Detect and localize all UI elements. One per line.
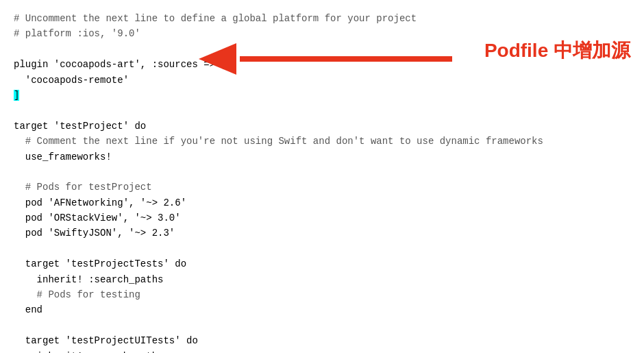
annotation-arrow bbox=[199, 40, 459, 77]
code-line: pod 'ORStackView', '~> 3.0' bbox=[14, 210, 630, 226]
bracket-highlight: ] bbox=[14, 90, 19, 101]
code-line bbox=[14, 241, 630, 256]
code-line: # Uncomment the next line to define a gl… bbox=[14, 11, 630, 26]
annotation-label: Podfile 中增加源 bbox=[484, 38, 630, 64]
code-line: # Comment the next line if you're not us… bbox=[14, 134, 630, 149]
code-line bbox=[14, 103, 630, 118]
code-line: pod 'AFNetworking', '~> 2.6' bbox=[14, 195, 630, 210]
code-line: target 'testProjectTests' do bbox=[14, 256, 630, 271]
code-line: inherit! :search_paths bbox=[14, 272, 630, 287]
code-line: # Pods for testing bbox=[14, 287, 630, 302]
code-line: ] bbox=[14, 88, 630, 103]
code-line: target 'testProject' do bbox=[14, 119, 630, 134]
code-line: pod 'SwiftyJSON', '~> 2.3' bbox=[14, 226, 630, 241]
code-line: # Pods for testProject bbox=[14, 180, 630, 195]
code-line bbox=[14, 165, 630, 180]
code-line: inherit! :search_paths bbox=[14, 349, 630, 353]
code-line: end bbox=[14, 302, 630, 317]
svg-marker-1 bbox=[199, 43, 236, 75]
code-line: use_frameworks! bbox=[14, 149, 630, 165]
code-line bbox=[14, 318, 630, 333]
code-line: target 'testProjectUITests' do bbox=[14, 333, 630, 348]
